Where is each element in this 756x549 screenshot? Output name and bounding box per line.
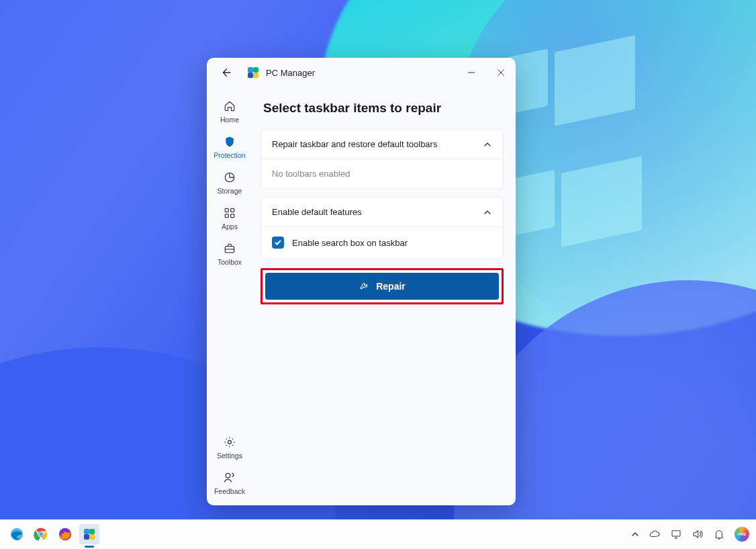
cloud-icon (649, 528, 661, 540)
section-header[interactable]: Repair taskbar and restore default toolb… (261, 130, 503, 159)
system-tray: PRE (631, 527, 749, 542)
tray-pre-badge[interactable]: PRE (735, 527, 749, 542)
checkbox-label: Enable search box on taskbar (292, 238, 408, 248)
tray-volume[interactable] (692, 528, 704, 540)
repair-highlight-border: Repair (261, 268, 504, 304)
sidebar-item-settings[interactable]: Settings (209, 431, 250, 463)
section-header-label: Enable default features (272, 207, 362, 217)
sidebar-item-feedback[interactable]: Feedback (209, 467, 250, 499)
apps-icon (223, 206, 236, 220)
svg-rect-4 (231, 214, 234, 218)
sidebar-item-storage[interactable]: Storage (209, 167, 250, 198)
storage-icon (223, 171, 236, 184)
chevron-up-icon (483, 140, 492, 149)
section-default-features: Enable default features Enable search bo… (261, 197, 504, 259)
bell-icon (713, 528, 725, 540)
minimize-icon (467, 69, 475, 77)
sidebar-item-label: Feedback (214, 487, 245, 495)
svg-point-12 (40, 533, 42, 536)
svg-rect-14 (672, 531, 680, 536)
sidebar-item-label: Home (220, 116, 239, 124)
back-arrow-icon (222, 67, 232, 78)
pc-manager-window: PC Manager Home Protection Storage (207, 58, 516, 505)
close-icon (497, 69, 505, 77)
pre-badge-icon: PRE (735, 527, 749, 542)
monitor-icon (670, 528, 682, 540)
tray-notifications[interactable] (713, 528, 725, 540)
sidebar-item-home[interactable]: Home (209, 95, 250, 127)
repair-button-label: Repair (376, 281, 406, 292)
tray-network[interactable] (670, 528, 682, 540)
svg-rect-3 (225, 214, 228, 218)
sidebar-item-label: Toolbox (218, 258, 242, 266)
taskbar-app-edge[interactable] (7, 524, 27, 544)
section-header-label: Repair taskbar and restore default toolb… (272, 139, 437, 149)
edge-icon (9, 527, 24, 542)
gear-icon (223, 435, 236, 449)
page-title: Select taskbar items to repair (263, 101, 504, 116)
sidebar: Home Protection Storage Apps Toolbox S (207, 87, 252, 505)
sidebar-item-label: Protection (214, 151, 245, 159)
section-repair-toolbars: Repair taskbar and restore default toolb… (261, 129, 504, 189)
checkbox-row[interactable]: Enable search box on taskbar (261, 226, 503, 258)
window-title: PC Manager (266, 68, 315, 78)
sidebar-item-label: Apps (222, 222, 238, 230)
minimize-button[interactable] (457, 58, 486, 87)
taskbar-app-pc-manager[interactable] (79, 524, 99, 544)
wrench-icon (359, 281, 369, 292)
checkbox-enable-search[interactable] (272, 237, 284, 249)
home-icon (223, 99, 236, 113)
chevron-up-icon (483, 208, 492, 217)
section-body-text: No toolbars enabled (261, 159, 503, 188)
svg-rect-1 (225, 208, 228, 212)
sidebar-item-label: Settings (217, 452, 242, 460)
toolbox-icon (223, 242, 236, 255)
svg-point-7 (226, 473, 230, 478)
chrome-icon (34, 527, 48, 542)
section-header[interactable]: Enable default features (261, 198, 503, 226)
tray-overflow[interactable] (631, 530, 639, 538)
back-button[interactable] (218, 63, 236, 82)
firefox-icon (58, 527, 73, 542)
sidebar-item-protection[interactable]: Protection (209, 131, 250, 163)
taskbar-app-chrome[interactable] (31, 524, 51, 544)
titlebar: PC Manager (207, 58, 516, 87)
svg-point-6 (228, 441, 232, 444)
app-logo-icon (247, 67, 259, 79)
content-area: Select taskbar items to repair Repair ta… (252, 87, 516, 505)
shield-icon (223, 135, 236, 149)
checkmark-icon (274, 239, 282, 247)
svg-rect-2 (231, 208, 234, 212)
tray-onedrive[interactable] (649, 528, 661, 540)
sidebar-item-label: Storage (218, 187, 242, 195)
windows-taskbar: PRE (0, 519, 756, 549)
feedback-icon (223, 471, 236, 484)
taskbar-app-firefox[interactable] (55, 524, 75, 544)
chevron-up-icon (631, 530, 639, 538)
sidebar-item-apps[interactable]: Apps (209, 202, 250, 234)
speaker-icon (692, 528, 704, 540)
close-button[interactable] (486, 58, 516, 87)
sidebar-item-toolbox[interactable]: Toolbox (209, 238, 250, 269)
repair-button[interactable]: Repair (265, 273, 499, 300)
